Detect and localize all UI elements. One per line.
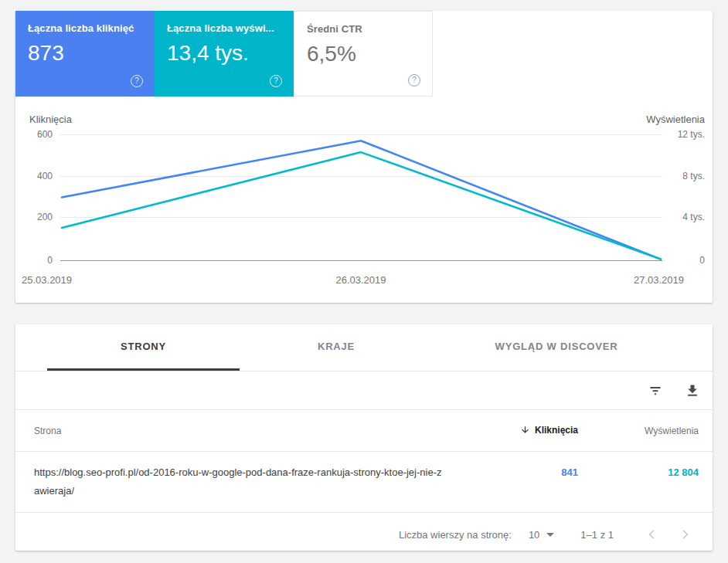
filter-icon[interactable] bbox=[646, 382, 665, 400]
table-header-row: Strona Kliknięcia Wyświetlenia bbox=[15, 410, 713, 452]
impressions-cell: 12 804 bbox=[578, 463, 699, 482]
left-tick: 200 bbox=[15, 211, 53, 223]
help-icon[interactable]: ? bbox=[270, 75, 282, 87]
gridline bbox=[60, 176, 662, 177]
right-axis-title: Wyświetlenia bbox=[646, 114, 705, 125]
average-ctr-card[interactable]: Średni CTR 6,5% ? bbox=[294, 11, 433, 97]
total-clicks-title: Łączna liczba kliknięć bbox=[28, 22, 142, 34]
table-toolbar bbox=[15, 371, 713, 410]
dimensions-table-panel: STRONY KRAJE WYGLĄD W DISCOVER Strona Kl… bbox=[15, 324, 713, 551]
chevron-right-icon[interactable] bbox=[675, 525, 694, 544]
right-tick: 12 tys. bbox=[667, 128, 705, 141]
clicks-cell: 841 bbox=[478, 463, 578, 482]
tab-countries[interactable]: KRAJE bbox=[240, 324, 433, 371]
gridline bbox=[60, 134, 662, 135]
average-ctr-value: 6,5% bbox=[307, 42, 420, 66]
left-tick: 400 bbox=[15, 170, 53, 182]
total-clicks-card[interactable]: Łączna liczba kliknięć 873 ? bbox=[15, 11, 155, 97]
total-impressions-value: 13,4 tys. bbox=[167, 41, 281, 66]
total-clicks-value: 873 bbox=[28, 41, 142, 66]
x-axis-label: 27.03.2019 bbox=[576, 274, 684, 286]
column-header-clicks[interactable]: Kliknięcia bbox=[478, 425, 578, 437]
x-axis-label: 25.03.2019 bbox=[22, 274, 72, 286]
right-tick: 8 tys. bbox=[667, 170, 705, 182]
table-pagination: Liczba wierszy na stronę: 10 1–1 z 1 bbox=[15, 513, 713, 556]
total-impressions-card[interactable]: Łączna liczba wyświ... 13,4 tys. ? bbox=[155, 11, 294, 97]
help-icon[interactable]: ? bbox=[408, 74, 420, 86]
search-console-performance-page: Łączna liczba kliknięć 873 ? Łączna licz… bbox=[0, 0, 728, 563]
series-clicks bbox=[62, 141, 661, 259]
left-tick: 0 bbox=[15, 254, 53, 266]
right-tick: 0 bbox=[667, 254, 705, 266]
tab-discover-appearance[interactable]: WYGLĄD W DISCOVER bbox=[433, 324, 680, 371]
page-url-cell[interactable]: https://blog.seo-profi.pl/od-2016-roku-w… bbox=[15, 463, 478, 500]
rows-per-page-select[interactable]: 10 bbox=[529, 529, 554, 541]
summary-cards: Łączna liczba kliknięć 873 ? Łączna licz… bbox=[15, 11, 433, 97]
column-header-page[interactable]: Strona bbox=[15, 426, 478, 436]
dimension-tabs: STRONY KRAJE WYGLĄD W DISCOVER bbox=[15, 324, 713, 371]
total-impressions-title: Łączna liczba wyświ... bbox=[167, 22, 281, 34]
chevron-left-icon[interactable] bbox=[643, 525, 662, 544]
column-header-impressions[interactable]: Wyświetlenia bbox=[578, 426, 699, 436]
x-axis-baseline bbox=[60, 260, 662, 261]
rows-per-page-value: 10 bbox=[529, 529, 539, 541]
rows-per-page-label: Liczba wierszy na stronę: bbox=[399, 529, 512, 541]
performance-chart-panel: Łączna liczba kliknięć 873 ? Łączna licz… bbox=[15, 11, 713, 303]
left-tick: 600 bbox=[15, 128, 53, 141]
left-axis-title: Kliknięcia bbox=[29, 114, 72, 125]
dropdown-arrow-icon bbox=[546, 533, 554, 537]
pagination-range: 1–1 z 1 bbox=[580, 529, 614, 541]
right-tick: 4 tys. bbox=[667, 211, 705, 223]
gridline bbox=[60, 217, 662, 218]
download-icon[interactable] bbox=[683, 382, 702, 400]
average-ctr-title: Średni CTR bbox=[307, 23, 420, 35]
x-axis-label: 26.03.2019 bbox=[307, 274, 415, 286]
series-impressions bbox=[62, 152, 661, 259]
help-icon[interactable]: ? bbox=[131, 75, 143, 87]
sort-desc-arrow-icon bbox=[520, 425, 530, 437]
table-row[interactable]: https://blog.seo-profi.pl/od-2016-roku-w… bbox=[15, 452, 713, 513]
tab-pages[interactable]: STRONY bbox=[47, 324, 240, 371]
